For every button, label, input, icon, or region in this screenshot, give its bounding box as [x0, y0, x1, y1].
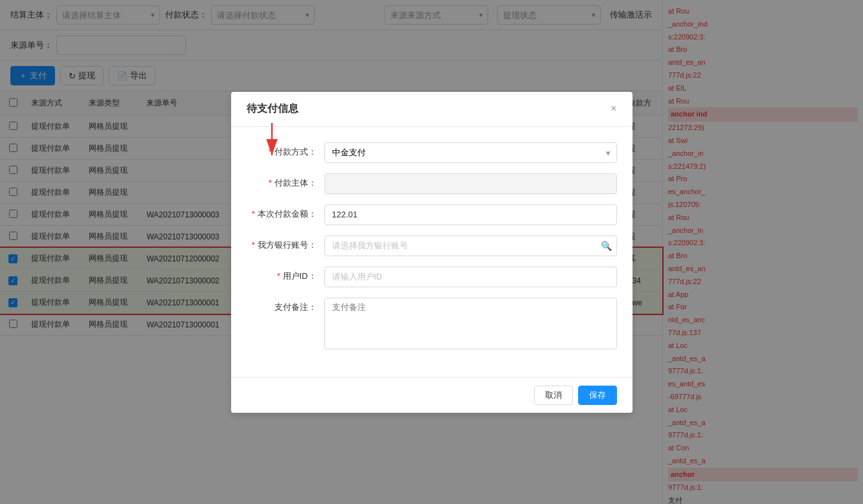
bank-account-field: 我方银行账号： 🔍: [247, 236, 617, 256]
save-button[interactable]: 保存: [578, 386, 617, 405]
bank-account-label: 我方银行账号：: [247, 236, 324, 251]
user-id-label: 用户ID：: [247, 267, 324, 282]
payment-entity-label: 付款主体：: [247, 173, 324, 189]
payment-entity-field: 付款主体：: [247, 173, 617, 194]
remark-label: 支付备注：: [247, 298, 324, 313]
payment-modal: 待支付信息 × 付款方式： 中金支付: [231, 92, 633, 413]
remark-field: 支付备注：: [247, 298, 617, 351]
user-id-field: 用户ID：: [247, 267, 617, 287]
payment-amount-input[interactable]: [324, 204, 617, 225]
payment-entity-input[interactable]: [324, 173, 617, 194]
bank-account-input[interactable]: [324, 236, 617, 256]
payment-amount-field: 本次付款金额：: [247, 204, 617, 225]
payment-amount-label: 本次付款金额：: [247, 204, 324, 220]
search-icon: 🔍: [601, 241, 612, 250]
modal-header: 待支付信息 ×: [231, 92, 633, 127]
payment-method-select[interactable]: 中金支付: [324, 142, 617, 163]
modal-close-button[interactable]: ×: [611, 104, 616, 114]
payment-method-label: 付款方式：: [247, 142, 324, 158]
modal-footer: 取消 保存: [231, 377, 633, 413]
modal-title: 待支付信息: [247, 102, 298, 116]
user-id-input[interactable]: [324, 267, 617, 287]
remark-textarea[interactable]: [324, 298, 617, 349]
modal-overlay[interactable]: 待支付信息 × 付款方式： 中金支付: [0, 0, 863, 504]
payment-method-field: 付款方式： 中金支付: [247, 142, 617, 163]
modal-body: 付款方式： 中金支付 付款主体：: [231, 127, 633, 377]
cancel-button[interactable]: 取消: [534, 386, 573, 405]
